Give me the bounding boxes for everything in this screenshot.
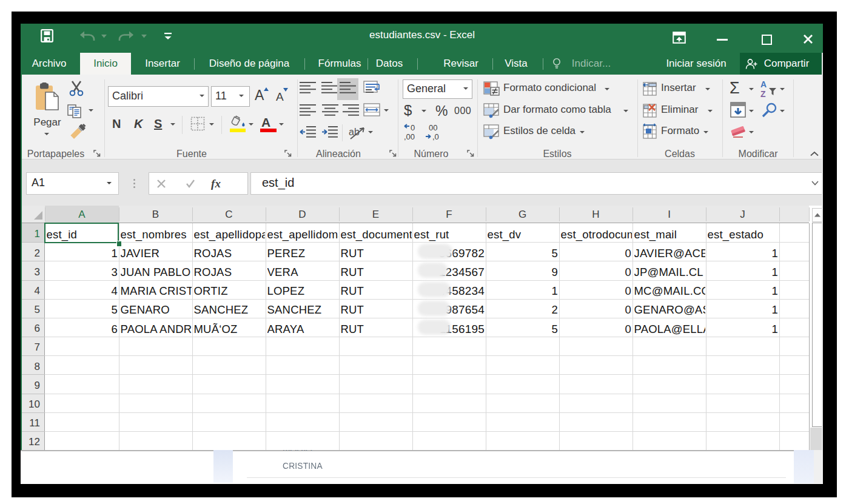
svg-text:,00: ,00 — [404, 132, 415, 141]
svg-text:,0: ,0 — [432, 132, 439, 141]
svg-text:Z: Z — [760, 89, 766, 99]
svg-text:0: 0 — [411, 123, 415, 132]
svg-text:A: A — [760, 79, 767, 89]
svg-text:fx: fx — [211, 178, 221, 190]
svg-text:00: 00 — [429, 123, 437, 132]
